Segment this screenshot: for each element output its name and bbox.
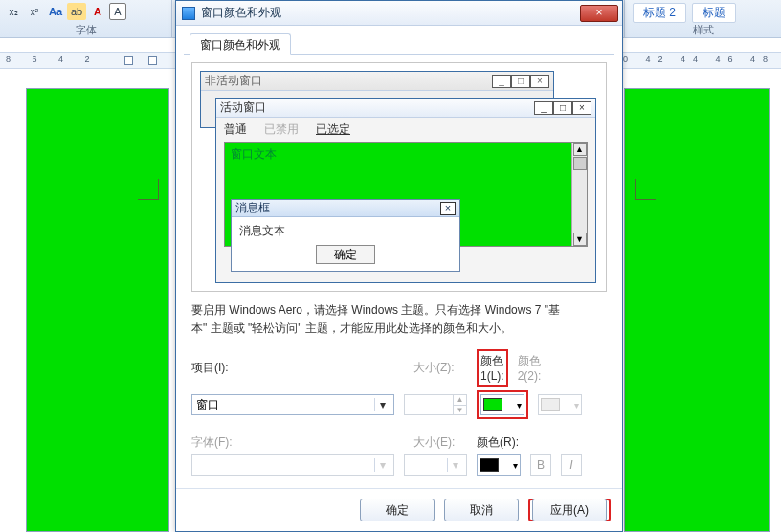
color2-label: 2(2): [518, 369, 542, 383]
superscript-icon[interactable]: x² [25, 3, 44, 20]
minimize-icon[interactable]: _ [492, 75, 511, 88]
style-heading2[interactable]: 标题 2 [633, 3, 686, 23]
chevron-down-icon: ▾ [517, 400, 522, 410]
document-page-right [624, 88, 770, 532]
color2-header: 颜色 [518, 353, 541, 369]
spin-down-icon: ▼ [454, 406, 466, 415]
style-title[interactable]: 标题 [692, 3, 736, 23]
document-page-left [26, 88, 169, 532]
colorR-swatch [480, 458, 499, 472]
color2-swatch [541, 398, 560, 411]
messagebox-ok-button[interactable]: 确定 [316, 245, 375, 264]
dialog-titlebar[interactable]: 窗口颜色和外观 × [176, 1, 622, 26]
window-color-dialog: 窗口颜色和外观 × 窗口颜色和外观 非活动窗口 _ □ × 活动窗口 [175, 0, 623, 532]
dialog-content: 非活动窗口 _ □ × 活动窗口 _ □ × [176, 55, 622, 488]
personalization-icon [182, 7, 195, 20]
item-label: 项目(I): [191, 360, 264, 376]
chevron-down-icon: ▾ [513, 460, 518, 471]
menu-selected[interactable]: 已选定 [316, 122, 350, 138]
color2-picker: ▾ [538, 394, 582, 415]
ribbon-group-font-label: 字体 [0, 23, 171, 37]
scroll-thumb[interactable] [573, 157, 587, 170]
row-item-controls: 窗口 ▾ ▲ ▼ ▾ ▾ [191, 390, 607, 419]
fsize-label: 大小(E): [413, 434, 467, 451]
row-font-controls: ▾ ▾ ▾ B I [191, 454, 607, 476]
scroll-up-icon[interactable]: ▲ [573, 143, 587, 156]
color1-header: 颜色 [480, 353, 503, 369]
dialog-footer: 确定 取消 应用(A) [176, 488, 622, 531]
dialog-close-button[interactable]: × [580, 5, 618, 22]
crop-mark-icon [635, 179, 656, 200]
apply-button[interactable]: 应用(A) [532, 499, 607, 521]
row-item: 项目(I): 大小(Z): 颜色 1(L): 颜色 2(2): [191, 349, 607, 387]
preview-panel: 非活动窗口 _ □ × 活动窗口 _ □ × [191, 62, 607, 292]
italic-button: I [561, 454, 582, 476]
color1-label: 1(L): [480, 369, 504, 383]
color1-picker[interactable]: ▾ [480, 394, 524, 415]
preview-messagebox[interactable]: 消息框 × 消息文本 确定 [231, 199, 460, 272]
item-select[interactable]: 窗口 ▾ [191, 394, 394, 415]
messagebox-title: 消息框 [235, 200, 270, 216]
hint-line1: 要启用 Windows Aero，请选择 Windows 主题。只有选择 Win… [191, 301, 607, 320]
color1-swatch [483, 398, 502, 411]
menu-disabled: 已禁用 [264, 122, 299, 138]
hint-text: 要启用 Windows Aero，请选择 Windows 主题。只有选择 Win… [191, 301, 607, 338]
maximize-icon[interactable]: □ [553, 101, 572, 115]
active-window-title: 活动窗口 [220, 100, 266, 116]
ribbon-group-styles: 标题 2 标题 样式 [624, 0, 781, 38]
row-font-labels: 字体(F): 大小(E): 颜色(R): [191, 434, 607, 451]
preview-menu: 普通 已禁用 已选定 [216, 118, 595, 142]
spin-up-icon: ▲ [454, 395, 466, 406]
colorR-label: 颜色(R): [477, 434, 534, 451]
minimize-icon[interactable]: _ [534, 101, 553, 115]
font-color-icon[interactable]: A [88, 3, 107, 20]
inactive-window-title: 非活动窗口 [205, 73, 262, 89]
ruler-ticks-left: 8 6 4 2 [6, 55, 100, 64]
change-case-icon[interactable]: Aa [46, 3, 65, 20]
apply-highlight: 应用(A) [528, 499, 611, 521]
scroll-down-icon[interactable]: ▼ [573, 233, 587, 246]
chevron-down-icon: ▾ [374, 398, 390, 411]
item-select-value: 窗口 [196, 397, 219, 413]
tab-window-color[interactable]: 窗口颜色和外观 [190, 33, 291, 55]
close-icon[interactable]: × [530, 75, 549, 88]
font-select: ▾ [191, 454, 394, 476]
size-spinner: ▲ ▼ [404, 394, 467, 415]
color1-highlight: 颜色 1(L): [477, 349, 508, 387]
crop-mark-icon [138, 179, 159, 200]
colorR-picker[interactable]: ▾ [477, 454, 521, 476]
chevron-down-icon: ▾ [574, 400, 579, 410]
highlight-icon[interactable]: ab [67, 3, 86, 20]
font-label: 字体(F): [191, 434, 264, 451]
preview-window-text: 窗口文本 [231, 146, 277, 163]
ruler-indent-marker-2[interactable] [148, 56, 157, 65]
ribbon-group-font: x₂ x² Aa ab A A 字体 [0, 0, 172, 38]
messagebox-text: 消息文本 [232, 217, 459, 243]
color1-picker-highlight: ▾ [477, 390, 528, 419]
size-label: 大小(Z): [413, 360, 467, 376]
ok-button[interactable]: 确定 [360, 499, 435, 521]
maximize-icon[interactable]: □ [511, 75, 530, 88]
cancel-button[interactable]: 取消 [444, 499, 519, 521]
ribbon-group-styles-label: 样式 [625, 23, 781, 37]
chevron-down-icon: ▾ [447, 458, 462, 472]
fsize-select: ▾ [404, 454, 467, 476]
subscript-icon[interactable]: x₂ [4, 3, 23, 20]
bold-button: B [530, 454, 551, 476]
chevron-down-icon: ▾ [374, 458, 390, 472]
ruler-indent-marker[interactable] [124, 56, 133, 65]
dialog-tabstrip: 窗口颜色和外观 [184, 33, 614, 55]
menu-normal[interactable]: 普通 [224, 122, 247, 138]
preview-scrollbar[interactable]: ▲ ▼ [571, 143, 587, 246]
messagebox-close-icon[interactable]: × [440, 202, 456, 215]
dialog-title: 窗口颜色和外观 [201, 5, 580, 21]
close-icon[interactable]: × [572, 101, 591, 115]
character-border-icon[interactable]: A [109, 3, 126, 20]
hint-line2: 本" 主题或 "轻松访问" 主题，才能应用此处选择的颜色和大小。 [191, 320, 607, 338]
